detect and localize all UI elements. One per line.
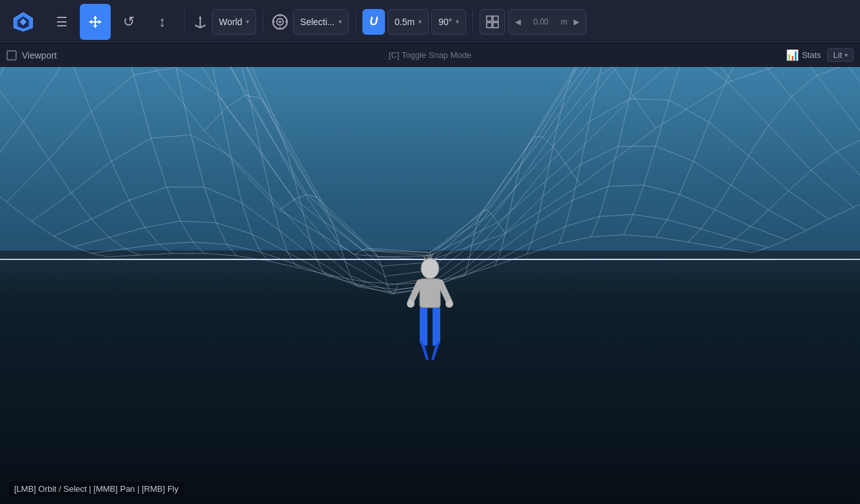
axis-button[interactable]: ↕ (147, 4, 178, 40)
move-tool-button[interactable] (80, 4, 111, 40)
snap-angle-label: 90° (438, 17, 452, 27)
character-figure (404, 250, 456, 379)
separator-3 (355, 9, 356, 35)
viewport-header: Viewport [C] Toggle Snap Mode 📊 Stats Li… (0, 44, 860, 67)
nav-unit-label: m (558, 17, 570, 26)
svg-marker-6 (199, 15, 201, 19)
toolbar: ☰ ↺ ↕ World ▾ (0, 0, 860, 44)
viewport-square-icon (6, 50, 17, 61)
viewport-title: Viewport (22, 50, 57, 61)
transform-axis-group (191, 13, 209, 31)
svg-line-5 (200, 25, 205, 28)
world-label: World (219, 17, 242, 27)
svg-line-24 (440, 283, 449, 302)
bottom-hint: [LMB] Orbit / Select | [MMB] Pan | [RMB]… (9, 481, 183, 496)
world-caret: ▾ (246, 18, 249, 25)
character-svg (404, 250, 456, 379)
lit-dropdown[interactable]: Lit ▾ (827, 48, 854, 62)
snap-angle-caret: ▾ (456, 18, 459, 25)
svg-point-25 (407, 300, 415, 308)
lit-label: Lit (833, 50, 842, 60)
nav-right-arrow[interactable]: ▶ (571, 17, 582, 26)
svg-rect-17 (493, 23, 498, 28)
separator-2 (263, 9, 263, 35)
snap-size-caret: ▾ (418, 18, 422, 25)
toggle-snap-hint: [C] Toggle Snap Mode (389, 50, 471, 60)
svg-line-20 (431, 254, 433, 258)
nav-position-value: 0.00 (525, 17, 557, 26)
lit-caret: ▾ (845, 51, 848, 59)
grid-icon (485, 15, 500, 29)
stats-label: Stats (802, 50, 821, 60)
svg-point-18 (421, 258, 439, 279)
nav-left-arrow[interactable]: ◀ (512, 9, 523, 35)
viewport-right-controls: 📊 Stats Lit ▾ (786, 48, 854, 62)
grid-button[interactable] (480, 9, 505, 35)
menu-button[interactable]: ☰ (46, 4, 77, 40)
svg-point-9 (279, 21, 281, 23)
svg-line-23 (411, 283, 420, 302)
snap-size-label: 0.5m (395, 17, 415, 27)
separator-4 (472, 9, 473, 35)
svg-rect-16 (487, 23, 492, 28)
menu-icon: ☰ (56, 15, 68, 28)
svg-point-26 (445, 300, 453, 308)
target-icon (270, 12, 290, 32)
logo-button[interactable] (5, 4, 41, 40)
stats-button[interactable]: 📊 Stats (786, 49, 821, 61)
viewport-title-group: Viewport (6, 50, 57, 61)
nav-value-control: ◀ 0.00 m ▶ (508, 9, 586, 35)
move-icon (88, 14, 103, 30)
axis-indicator-icon (191, 13, 209, 31)
snap-angle-dropdown[interactable]: 90° ▾ (431, 9, 466, 35)
svg-rect-15 (493, 16, 498, 21)
refresh-button[interactable]: ↺ (113, 4, 144, 40)
separator-1 (184, 9, 185, 35)
selection-label: Selecti... (300, 17, 335, 27)
svg-line-4 (195, 25, 200, 28)
svg-rect-14 (487, 16, 492, 21)
selection-caret: ▾ (339, 18, 342, 25)
snap-icon: U (369, 15, 378, 28)
world-dropdown[interactable]: World ▾ (212, 9, 256, 35)
snap-toggle-button[interactable]: U (362, 9, 385, 35)
selection-dropdown[interactable]: Selecti... ▾ (293, 9, 349, 35)
stats-chart-icon: 📊 (786, 49, 799, 61)
refresh-icon: ↺ (123, 14, 135, 30)
viewport-3d[interactable]: [LMB] Orbit / Select | [MMB] Pan | [RMB]… (0, 67, 860, 504)
axis-icon: ↕ (159, 14, 166, 30)
snap-size-dropdown[interactable]: 0.5m ▾ (388, 9, 429, 35)
svg-line-19 (427, 254, 429, 259)
